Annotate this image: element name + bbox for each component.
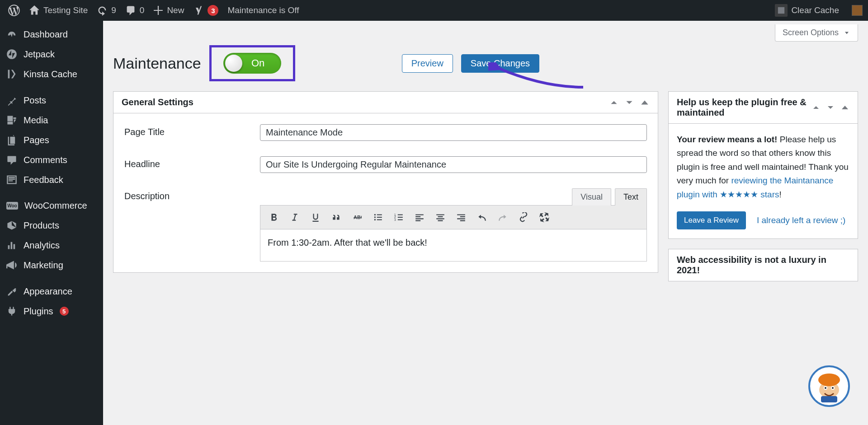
- pin-icon: [6, 95, 17, 106]
- page-title-label: Page Title: [124, 124, 251, 137]
- ed-ol-button[interactable]: 123: [390, 208, 408, 226]
- sidebar-item-posts[interactable]: Posts: [0, 90, 103, 110]
- page-title: Maintenance: [113, 55, 201, 72]
- refresh-icon: [97, 5, 108, 16]
- preview-button[interactable]: Preview: [402, 54, 453, 73]
- svg-point-0: [7, 49, 17, 59]
- ed-underline-button[interactable]: [307, 208, 325, 226]
- headline-input[interactable]: [260, 156, 647, 173]
- review-panel: Help us keep the plugin free & maintaine…: [668, 91, 858, 239]
- sidebar-item-plugins[interactable]: Plugins 5: [0, 301, 103, 321]
- ed-strike-button[interactable]: ABC: [348, 208, 366, 226]
- screen-options-tab[interactable]: Screen Options: [775, 24, 858, 42]
- pages-icon: [6, 135, 17, 145]
- ed-link-button[interactable]: [514, 208, 533, 226]
- sidebar-item-label: Pages: [24, 135, 49, 145]
- panel-title: Web accessibility is not a luxury in 202…: [677, 255, 849, 276]
- plugins-icon: [6, 306, 17, 317]
- svg-point-13: [825, 387, 826, 389]
- sidebar-item-appearance[interactable]: Appearance: [0, 281, 103, 301]
- caret-up-icon[interactable]: [840, 103, 849, 112]
- ed-bold-button[interactable]: [265, 208, 283, 226]
- sidebar-item-label: Marketing: [24, 260, 63, 271]
- sidebar-item-kinsta[interactable]: Kinsta Cache: [0, 64, 103, 84]
- ed-fullscreen-button[interactable]: [535, 208, 553, 226]
- sidebar-item-marketing[interactable]: Marketing: [0, 255, 103, 275]
- updates-link[interactable]: 9: [92, 0, 121, 21]
- editor-toolbar: ABC 123: [260, 205, 646, 229]
- sidebar-item-media[interactable]: Media: [0, 110, 103, 130]
- caret-up-icon[interactable]: [640, 98, 650, 107]
- already-reviewed-link[interactable]: I already left a review ;): [757, 215, 845, 225]
- editor-tab-visual[interactable]: Visual: [572, 188, 611, 205]
- comments-link[interactable]: 0: [121, 0, 149, 21]
- svg-text:ABC: ABC: [354, 215, 362, 220]
- cache-icon-box: [775, 4, 788, 17]
- editor-tab-text[interactable]: Text: [615, 188, 647, 205]
- plugins-update-count: 5: [60, 307, 69, 316]
- marketing-icon: [6, 260, 17, 271]
- page-title-input[interactable]: [260, 124, 647, 141]
- sidebar-item-analytics[interactable]: Analytics: [0, 235, 103, 255]
- dashboard-icon: [6, 29, 17, 40]
- ed-align-left-button[interactable]: [410, 208, 429, 226]
- panel-title: General Settings: [122, 97, 193, 107]
- clear-cache-link[interactable]: Clear Cache: [770, 0, 844, 21]
- ed-align-center-button[interactable]: [431, 208, 449, 226]
- leave-review-button[interactable]: Leave a Review: [677, 211, 746, 229]
- ed-align-right-button[interactable]: [452, 208, 470, 226]
- site-name-text: Testing Site: [43, 5, 88, 15]
- toggle-state-text: On: [251, 57, 264, 69]
- sidebar-item-pages[interactable]: Pages: [0, 130, 103, 150]
- description-textarea[interactable]: From 1:30-2am. After that we'll be back!: [260, 229, 646, 261]
- new-content-link[interactable]: New: [149, 0, 189, 21]
- chevron-down-icon[interactable]: [624, 98, 634, 107]
- home-icon: [29, 5, 40, 16]
- sidebar-item-comments[interactable]: Comments: [0, 150, 103, 170]
- feedback-icon: [6, 174, 17, 185]
- jetpack-icon: [6, 49, 17, 60]
- maintenance-toggle[interactable]: On: [223, 53, 281, 74]
- yoast-icon: [193, 5, 204, 16]
- sidebar-item-products[interactable]: Products: [0, 215, 103, 235]
- ed-italic-button[interactable]: [286, 208, 304, 226]
- sidebar-item-label: Plugins: [24, 306, 53, 317]
- sidebar-item-dashboard[interactable]: Dashboard: [0, 24, 103, 44]
- sidebar-item-label: Appearance: [24, 286, 72, 297]
- yoast-link[interactable]: 3: [189, 0, 223, 21]
- chevron-up-icon[interactable]: [609, 98, 619, 107]
- svg-rect-11: [819, 379, 839, 383]
- sidebar-item-label: Analytics: [24, 240, 60, 251]
- chevron-up-icon[interactable]: [811, 103, 821, 112]
- screen-options-label: Screen Options: [783, 28, 839, 37]
- user-account[interactable]: [844, 0, 864, 21]
- appearance-icon: [6, 286, 17, 297]
- wordpress-icon: [8, 5, 20, 16]
- comment-icon: [125, 5, 136, 16]
- kinsta-icon: [6, 69, 17, 79]
- sidebar-item-woocommerce[interactable]: Woo WooCommerce: [0, 196, 103, 215]
- svg-point-15: [832, 387, 834, 389]
- accessibility-panel: Web accessibility is not a luxury in 202…: [668, 249, 858, 281]
- save-changes-button[interactable]: Save Changes: [461, 54, 539, 73]
- ed-quote-button[interactable]: [327, 208, 345, 226]
- comments-count: 0: [140, 5, 145, 15]
- ed-undo-button[interactable]: [473, 208, 491, 226]
- yoast-count-badge: 3: [208, 5, 218, 16]
- ed-ul-button[interactable]: [369, 208, 387, 226]
- sidebar-item-feedback[interactable]: Feedback: [0, 170, 103, 190]
- updates-count: 9: [111, 5, 116, 15]
- woo-icon: Woo: [6, 202, 18, 210]
- wp-logo[interactable]: [4, 0, 24, 21]
- maintenance-status-link[interactable]: Maintenance is Off: [223, 0, 303, 21]
- analytics-icon: [6, 240, 17, 251]
- sidebar-item-label: WooCommerce: [24, 201, 87, 211]
- ed-redo-button[interactable]: [494, 208, 512, 226]
- sidebar-item-label: Posts: [24, 95, 46, 106]
- caret-down-icon: [843, 29, 850, 37]
- site-name-link[interactable]: Testing Site: [24, 0, 92, 21]
- sidebar-item-jetpack[interactable]: Jetpack: [0, 44, 103, 64]
- sidebar-item-label: Comments: [24, 155, 67, 165]
- mascot-help-button[interactable]: [808, 365, 850, 407]
- chevron-down-icon[interactable]: [826, 103, 835, 112]
